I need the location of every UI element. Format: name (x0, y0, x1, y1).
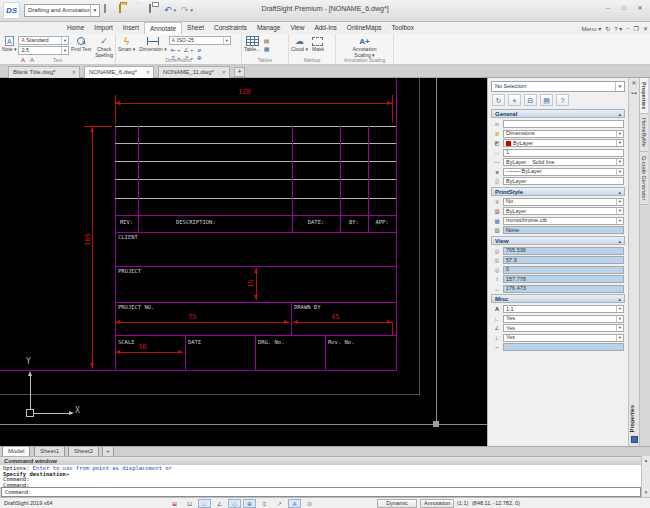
find-text-button[interactable]: Find Text (69, 35, 93, 58)
drawing-canvas[interactable]: REV: DESCRIPTION: DATE: BY: APP: CLIENT … (0, 78, 487, 446)
doc-restore-button[interactable]: ❐ (634, 25, 639, 32)
ucs-option-2-combo[interactable]: Yes▼ (503, 324, 624, 332)
lineweight-toggle-icon[interactable]: ≡ (258, 499, 271, 508)
text-size-combo[interactable]: 2.5▼ (18, 46, 69, 55)
chevron-down-icon[interactable]: ▼ (615, 82, 624, 91)
section-printstyle[interactable]: PrintStyle▲ (491, 187, 625, 196)
scroll-down-icon[interactable]: ▼ (642, 488, 650, 497)
note-button[interactable]: A Note ▾ (0, 35, 18, 58)
menu-home[interactable]: Home (62, 22, 89, 34)
cloud-button[interactable]: ☁ Cloud ▾ (289, 35, 310, 58)
menu-button[interactable]: Menu ▾ (581, 25, 601, 32)
autoscale-toggle-icon[interactable]: ⊙ (303, 499, 316, 508)
chevron-down-icon[interactable]: ▼ (616, 325, 623, 331)
menu-manage[interactable]: Manage (252, 22, 286, 34)
palette-close-icon[interactable]: ✕ (630, 79, 639, 88)
section-misc[interactable]: Misc▲ (491, 294, 625, 303)
print-color-combo[interactable]: ByLayer▼ (503, 207, 624, 215)
minimize-button[interactable]: – (601, 3, 615, 14)
line-weight-combo[interactable]: ———ByLayer▼ (503, 168, 624, 176)
new-tab-button[interactable]: + (234, 67, 245, 77)
menu-annotate[interactable]: Annotate (144, 22, 182, 34)
close-button[interactable]: ✕ (633, 3, 647, 14)
line-style-combo[interactable]: ByLayerSolid line▼ (503, 158, 624, 166)
layer-combo[interactable]: Dimensions▼ (503, 130, 624, 138)
menu-addins[interactable]: Add-Ins (309, 22, 341, 34)
hyperlink-field[interactable] (503, 120, 624, 128)
annotation-scale-combo[interactable]: 1:1▼ (503, 305, 624, 313)
line-scale-field[interactable]: 1 (503, 149, 624, 157)
chevron-down-icon[interactable]: ▼ (616, 208, 623, 214)
table-button[interactable]: Table... (242, 35, 262, 58)
esnap-toggle-icon[interactable]: ◇ (228, 499, 241, 508)
chevron-down-icon[interactable]: ▼ (616, 316, 623, 322)
line-color-combo[interactable]: ByLayer▼ (503, 139, 624, 147)
edit-table-icon[interactable]: ▦ (262, 45, 271, 53)
etrack-toggle-icon[interactable]: ⊕ (243, 499, 256, 508)
close-tab-icon[interactable]: ✕ (222, 67, 226, 78)
close-tab-icon[interactable]: ✕ (72, 67, 76, 78)
linear-dimension-icon[interactable]: ⇤ (169, 46, 178, 54)
menu-toolbox[interactable]: Toolbox (387, 22, 419, 34)
chevron-down-icon[interactable]: ▼ (616, 169, 623, 175)
diameter-dimension-icon[interactable]: ⌀ (195, 46, 204, 54)
deselect-button[interactable]: ⊟ (524, 94, 537, 106)
help-button[interactable]: ? ▾ (614, 25, 622, 32)
menu-import[interactable]: Import (89, 22, 117, 34)
ortho-toggle-icon[interactable]: ∟ (198, 499, 211, 508)
check-spelling-button[interactable]: ✓ Check Spelling (93, 35, 115, 58)
menu-sheet[interactable]: Sheet (182, 22, 209, 34)
select-entities-button[interactable]: ↻ (492, 94, 505, 106)
maximize-button[interactable]: □ (617, 3, 631, 14)
dim-style-combo[interactable]: A ISO-25▼ (169, 36, 231, 45)
scroll-up-icon[interactable]: ▲ (642, 456, 650, 465)
mask-button[interactable]: Mask (310, 35, 326, 58)
close-tab-icon[interactable]: ✕ (146, 67, 150, 78)
menu-onlinemaps[interactable]: OnlineMaps (342, 22, 387, 34)
refresh-icon[interactable]: ↻ (605, 25, 610, 32)
text-style-combo[interactable]: A Standard▼ (18, 36, 69, 45)
side-tab-homebyme[interactable]: HomeByMe (640, 114, 648, 152)
menu-insert[interactable]: Insert (118, 22, 144, 34)
chevron-down-icon[interactable]: ▼ (616, 335, 623, 341)
export-table-icon[interactable]: ▤ (262, 37, 271, 45)
menu-constraints[interactable]: Constraints (209, 22, 252, 34)
palette-pin-icon[interactable]: ⊶ (630, 89, 639, 98)
chevron-down-icon[interactable]: ▼ (616, 159, 623, 165)
annotation-scaling-button[interactable]: A+ Annotation Scaling ▾ (351, 35, 379, 58)
side-tab-properties[interactable]: Properties (640, 78, 648, 114)
ucs-option-3-combo[interactable]: Yes▼ (503, 334, 624, 342)
command-scrollbar[interactable]: ▲ ▼ (641, 456, 650, 497)
collapse-icon[interactable]: ▲ (618, 296, 622, 304)
snap-toggle-icon[interactable]: ⊞ (168, 499, 181, 508)
chevron-down-icon[interactable]: ▼ (616, 140, 623, 146)
command-window-header[interactable]: Command window (0, 456, 650, 465)
doc-minimize-button[interactable]: – (626, 25, 629, 31)
polar-toggle-icon[interactable]: ∠ (213, 499, 226, 508)
printstyle-mode-combo[interactable]: No▼ (503, 198, 624, 206)
annotation-visibility-icon[interactable]: A (288, 499, 301, 508)
transparency-field[interactable]: ByLayer (503, 177, 624, 185)
dynamic-ccs-button[interactable]: Dynamic CCS (377, 499, 417, 508)
annotation-scale-combo[interactable]: Annotation ▼ (420, 499, 454, 508)
print-table-combo[interactable]: monochrome.ctb▼ (503, 217, 624, 225)
grid-toggle-icon[interactable]: ⊡ (183, 499, 196, 508)
doc-tab-noname11[interactable]: NONAME_11.dwg*✕ (158, 66, 230, 78)
quickinput-toggle-icon[interactable]: ↗ (273, 499, 286, 508)
menu-view[interactable]: View (285, 22, 309, 34)
chevron-down-icon[interactable]: ▼ (616, 218, 623, 224)
command-history[interactable]: Options: Enter to use from point as disp… (0, 465, 641, 487)
quick-select-button[interactable]: ⌖ (508, 94, 521, 106)
collapse-icon[interactable]: ▲ (618, 111, 622, 119)
help-button[interactable]: ? (556, 94, 569, 106)
dimension-button[interactable]: Dimension ▾ (137, 35, 169, 58)
collapse-icon[interactable]: ▲ (618, 238, 622, 246)
doc-close-button[interactable]: ✕ (643, 25, 648, 32)
doc-tab-noname6[interactable]: NONAME_6.dwg*✕ (84, 66, 154, 78)
angle-dimension-icon[interactable]: ∠ (182, 46, 191, 54)
chevron-down-icon[interactable]: ▼ (616, 306, 623, 312)
customize-button[interactable]: ▤ (540, 94, 553, 106)
doc-tab-blank-title[interactable]: Blank Title.dwg*✕ (8, 66, 80, 78)
command-input[interactable]: Command: (1, 487, 641, 497)
section-view[interactable]: View▲ (491, 236, 625, 245)
